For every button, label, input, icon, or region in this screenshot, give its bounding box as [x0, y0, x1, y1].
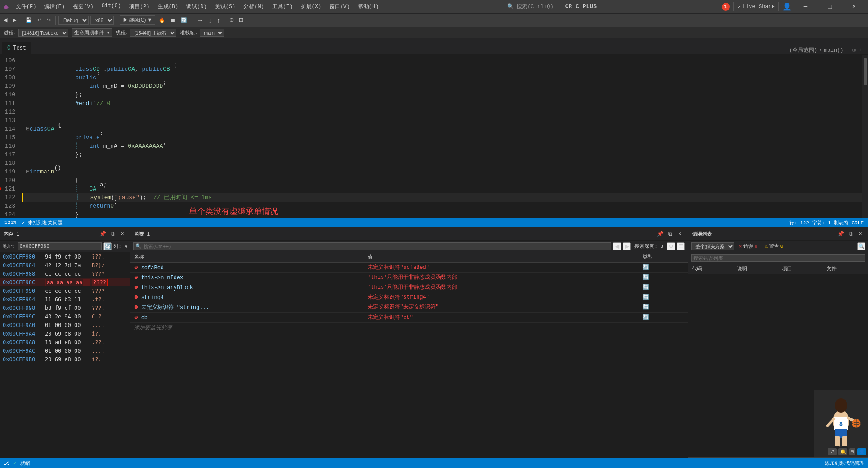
live-share-button[interactable]: ↗ Live Share	[733, 2, 779, 11]
watch-row-0[interactable]: ⊗ sofaBed 未定义标识符"sofaBed" 🔄	[130, 262, 688, 272]
menu-build[interactable]: 生成(B)	[154, 2, 182, 11]
redo-button[interactable]: ↪	[45, 16, 53, 24]
watch-close-button[interactable]: ×	[676, 230, 684, 238]
refresh-button[interactable]: 🔄	[103, 242, 112, 250]
watch-pin-button[interactable]: 📌	[656, 230, 664, 238]
step-over-button[interactable]: →	[195, 16, 205, 25]
menu-edit[interactable]: 编辑(E)	[40, 2, 68, 11]
pause-button[interactable]: ⏹	[169, 17, 177, 24]
right-scrollbar[interactable]	[862, 55, 868, 218]
menu-tools[interactable]: 工具(T)	[269, 2, 297, 11]
thread-dropdown[interactable]: [15448] 主线程	[130, 29, 176, 37]
step-out-button[interactable]: ↑	[215, 16, 222, 25]
error-content[interactable]: 代码 说明 项目 文件	[688, 264, 868, 385]
memory-row-8: 0x00CFF9A0 01 00 00 00 ....	[0, 321, 130, 329]
watch-row-5[interactable]: ⊗ cb 未定义标识符"cb" 🔄	[130, 312, 688, 322]
status-add-source[interactable]: 添加到源代码管理	[825, 460, 864, 467]
watch-undock-button[interactable]: ⧉	[666, 230, 674, 238]
watch-refresh-1[interactable]: 🔄	[643, 274, 649, 281]
memory-close-button[interactable]: ×	[118, 230, 126, 238]
address-input[interactable]	[18, 242, 102, 250]
tab-close-icon[interactable]: +	[859, 47, 863, 54]
error-icon-5: ⊗	[134, 314, 138, 321]
step-into-button[interactable]: ↓	[207, 16, 213, 25]
git-icon[interactable]: ⎇	[828, 448, 837, 455]
forward-button[interactable]: ▶	[11, 16, 18, 24]
memory-row-11: 0x00CFF9AC 01 00 00 00 ....	[0, 346, 130, 355]
stack-dropdown[interactable]: main	[200, 29, 224, 37]
maximize-button[interactable]: □	[819, 0, 840, 14]
menu-window[interactable]: 窗口(W)	[326, 2, 354, 11]
search-icon-watch: 🔍	[135, 243, 142, 249]
error-close-button[interactable]: ×	[856, 230, 864, 238]
watch-col-value: 值	[364, 252, 639, 262]
menu-analyze[interactable]: 分析(N)	[240, 2, 268, 11]
memory-address-bar: 地址: 🔄 列: 4	[0, 241, 130, 252]
line-num-118: 118	[0, 159, 19, 168]
watch-row-1[interactable]: ⊗ this->m_nIdex 'this'只能用于非静态成员函数内部 🔄	[130, 272, 688, 282]
breakpoints-button[interactable]: ⊙	[228, 16, 235, 24]
menu-view[interactable]: 视图(V)	[69, 2, 97, 11]
watch-nav-forward[interactable]: ▶	[623, 242, 631, 250]
error-pin-button[interactable]: 📌	[837, 230, 845, 238]
menu-file[interactable]: 文件(F)	[12, 2, 40, 11]
tab-split-icon[interactable]: ⊞	[853, 47, 856, 54]
code-content[interactable]: class CD :public CA, public CB { public:…	[22, 55, 862, 218]
watch-refresh-4[interactable]: 🔄	[643, 304, 649, 310]
memory-undock-button[interactable]: ⧉	[108, 230, 117, 238]
watch-refresh-0[interactable]: 🔄	[643, 264, 649, 271]
notification-badge[interactable]: 1	[722, 3, 730, 11]
bell-icon[interactable]: 🔔	[838, 448, 847, 455]
lifecycle-dropdown[interactable]: 生命周期事件 ▼	[72, 28, 112, 37]
memory-row-5: 0x00CFF994 11 66 b3 11 .f?.	[0, 295, 130, 304]
watch-refresh-2[interactable]: 🔄	[643, 284, 649, 291]
menu-project[interactable]: 项目(P)	[126, 2, 153, 11]
watch-filter-button[interactable]: ☰	[677, 242, 685, 250]
error-search-button[interactable]: 🔍	[857, 242, 865, 250]
watch-refresh-3[interactable]: 🔄	[643, 294, 649, 300]
add-watch-item[interactable]: 添加要监视的项	[130, 323, 688, 333]
editor-tab-test[interactable]: C Test	[2, 42, 32, 54]
user-icon[interactable]: 👤	[783, 2, 792, 11]
back-button[interactable]: ◀	[2, 16, 9, 24]
disassembly-button[interactable]: ⊞	[237, 16, 245, 24]
line-num-121: ●121	[0, 185, 19, 193]
line-char-info: 行: 122 字符: 1 制表符 CRLF	[789, 219, 864, 226]
error-undock-button[interactable]: ⧉	[846, 230, 855, 238]
line-num-116: 116	[0, 142, 19, 150]
error-scope-select[interactable]: 整个解决方案	[691, 242, 734, 250]
code-line-122: ┊ system("pause"); // 已用时间 <= 1ms	[22, 193, 862, 202]
watch-row-3[interactable]: ⊗ string4 未定义标识符"string4" 🔄	[130, 292, 688, 302]
config-dropdown[interactable]: Debug	[58, 16, 89, 25]
memory-content[interactable]: 0x00CFF980 94 f9 cf 00 ???. 0x00CFF984 4…	[0, 252, 130, 468]
menu-help[interactable]: 帮助(H)	[355, 2, 382, 11]
close-button[interactable]: ×	[844, 0, 864, 14]
user-connect-icon[interactable]: 👤	[857, 448, 866, 455]
memory-pin-button[interactable]: 📌	[99, 230, 107, 238]
watch-refresh-5[interactable]: 🔄	[643, 314, 649, 321]
watch-row-4[interactable]: ⊗ 未定义标识符 "string... 未定义标识符"未定义标识符" 🔄	[130, 302, 688, 312]
menu-git[interactable]: Git(G)	[98, 2, 125, 11]
menu-debug[interactable]: 调试(D)	[183, 2, 211, 11]
error-search-input[interactable]	[691, 254, 865, 262]
menu-extensions[interactable]: 扩展(X)	[297, 2, 325, 11]
watch-content[interactable]: 名称 值 类型 ⊗ sofaBed 未定义标识符"sofaBed" 🔄 ⊗ th…	[130, 252, 688, 468]
platform-dropdown[interactable]: x86	[90, 16, 114, 25]
watch-row-2[interactable]: ⊗ this->m_aryBlock 'this'只能用于非静态成员函数内部 🔄	[130, 282, 688, 292]
stop-fire-button[interactable]: 🔥	[157, 16, 167, 24]
continue-button[interactable]: ▶ 继续(C) ▼	[120, 15, 155, 25]
error-count: 0	[755, 244, 758, 249]
watch-settings-button[interactable]: ⚙	[667, 242, 675, 250]
menu-test[interactable]: 测试(S)	[211, 2, 239, 11]
watch-nav-back[interactable]: ◀	[613, 242, 621, 250]
search-placeholder[interactable]: 搜索(Ctrl+Q)	[517, 3, 553, 10]
minimize-button[interactable]: ─	[795, 0, 816, 14]
memory-row-9: 0x00CFF9A4 20 69 e8 00 i?.	[0, 329, 130, 338]
process-dropdown[interactable]: [14816] Test.exe	[18, 29, 68, 37]
save-all-button[interactable]: 💾	[24, 16, 34, 24]
restart-button[interactable]: 🔄	[179, 16, 189, 24]
watch-search-input[interactable]	[144, 244, 198, 249]
undo-button[interactable]: ↩	[36, 16, 43, 24]
grid-icon[interactable]: ⊞	[849, 448, 855, 455]
scroll-thumb[interactable]	[864, 58, 867, 85]
